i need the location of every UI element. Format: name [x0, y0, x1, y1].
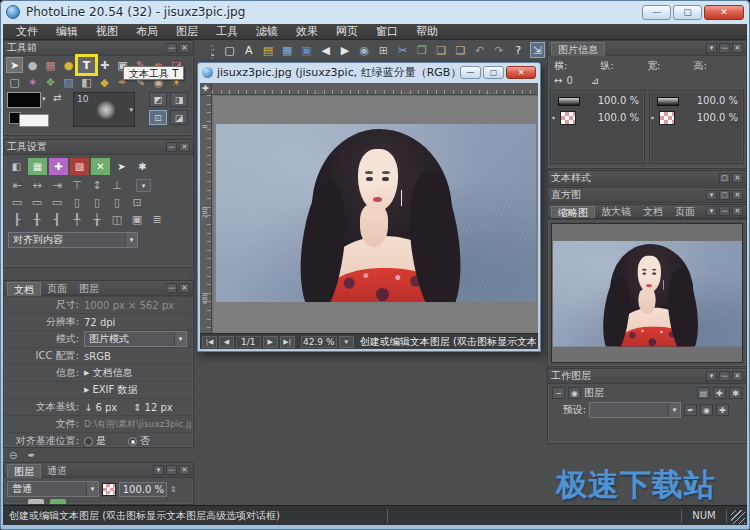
- align-center-v-icon[interactable]: ↕: [90, 179, 104, 192]
- image-minimize-button[interactable]: —: [460, 66, 481, 79]
- distribute-bottom-icon[interactable]: ▯: [110, 196, 124, 209]
- space-center-icon[interactable]: ╂: [30, 213, 44, 226]
- cut-icon[interactable]: ✂: [395, 42, 410, 58]
- panel-menu-icon[interactable]: ▾: [706, 190, 717, 200]
- new-text-document-icon[interactable]: A: [241, 42, 256, 58]
- align-yes-radio[interactable]: [84, 437, 93, 446]
- panel-menu-icon[interactable]: ▾: [706, 206, 717, 216]
- space-equal-icon[interactable]: ≣: [150, 213, 164, 226]
- preset-add-icon[interactable]: ✚: [716, 404, 729, 416]
- save-icon[interactable]: ▣: [299, 42, 314, 58]
- panel-close-button[interactable]: ✕: [732, 206, 743, 216]
- panel-menu-icon[interactable]: ▾: [706, 43, 717, 53]
- context-help-icon[interactable]: ?: [510, 42, 525, 58]
- tab-doc[interactable]: 文档: [637, 206, 669, 218]
- space-left-icon[interactable]: ┠: [10, 213, 24, 226]
- menu-effects[interactable]: 效果: [287, 24, 327, 39]
- quick-mask-icon[interactable]: ◨: [170, 92, 188, 107]
- color-dropdown-icon[interactable]: ▾: [42, 95, 46, 103]
- thumbnail-frame[interactable]: [551, 223, 743, 363]
- panel-minimize-button[interactable]: —: [719, 371, 730, 381]
- menu-window[interactable]: 窗口: [367, 24, 407, 39]
- open-icon[interactable]: ▤: [260, 42, 275, 58]
- brush-dropdown-icon[interactable]: ▾: [129, 106, 133, 114]
- subtract-mode-icon[interactable]: ▨: [70, 158, 89, 175]
- align-no-radio[interactable]: [128, 437, 137, 446]
- background-color-swatch[interactable]: [19, 114, 49, 127]
- menu-view[interactable]: 视图: [87, 24, 127, 39]
- maximize-button[interactable]: ▢: [673, 5, 702, 20]
- snap-icon[interactable]: ⊖: [9, 450, 17, 461]
- distribute-box-icon[interactable]: ⊡: [130, 196, 144, 209]
- menu-file[interactable]: 文件: [7, 24, 47, 39]
- panel-close-button[interactable]: ✕: [732, 190, 743, 200]
- panel-minimize-button[interactable]: —: [166, 283, 177, 293]
- collapse-layer-icon[interactable]: −: [552, 387, 565, 399]
- panel-close-button[interactable]: ✕: [732, 173, 743, 183]
- image-close-button[interactable]: ✕: [506, 66, 536, 79]
- preset-target-icon[interactable]: ◉: [700, 404, 713, 416]
- menu-edit[interactable]: 编辑: [47, 24, 87, 39]
- space-top-icon[interactable]: ╀: [70, 213, 84, 226]
- layer-opacity-value[interactable]: 100.0 %: [119, 482, 167, 497]
- first-page-button[interactable]: |◀: [202, 336, 217, 348]
- paste-special-icon[interactable]: ❏: [453, 42, 468, 58]
- tab-layer[interactable]: 图层: [73, 282, 105, 296]
- add-layer-icon[interactable]: ✚: [713, 387, 726, 399]
- browse-icon[interactable]: ▦: [280, 42, 295, 58]
- photo[interactable]: [216, 124, 536, 302]
- menu-layer[interactable]: 图层: [167, 24, 207, 39]
- mask-select-tool-icon[interactable]: ▦: [42, 57, 59, 73]
- space-bottom-icon[interactable]: ╁: [90, 213, 104, 226]
- layer-settings-gear-icon[interactable]: ✱: [729, 387, 742, 399]
- zoom-dropdown-icon[interactable]: ▾: [339, 336, 354, 348]
- distribute-right-icon[interactable]: ▭: [50, 196, 64, 209]
- panel-minimize-button[interactable]: —: [166, 43, 177, 53]
- layer-visibility-icon[interactable]: ◉: [568, 387, 581, 399]
- layer-transparency-swatch[interactable]: [102, 483, 116, 496]
- panel-close-button[interactable]: ✕: [732, 43, 743, 53]
- blend-mode-dropdown[interactable]: 普通 ▾: [7, 481, 99, 497]
- panel-minimize-button[interactable]: —: [166, 465, 177, 475]
- mode-dropdown[interactable]: 图片模式 ▾: [84, 331, 187, 347]
- brush-preview[interactable]: 10 ▾: [73, 92, 135, 127]
- image-maximize-button[interactable]: ▢: [483, 66, 504, 79]
- toolbar-grip[interactable]: [211, 45, 214, 59]
- channel-dropdown-icon[interactable]: ▾: [552, 114, 555, 121]
- mask-mode-icon[interactable]: ◩: [149, 92, 167, 107]
- move-mode-icon[interactable]: ✕: [91, 158, 110, 175]
- align-bottom-icon[interactable]: ⊥: [110, 179, 124, 192]
- space-rows-icon[interactable]: ▣: [130, 213, 144, 226]
- panel-minimize-button[interactable]: —: [166, 142, 177, 152]
- distribute-center-h-icon[interactable]: ▭: [30, 196, 44, 209]
- distribute-left-icon[interactable]: ▭: [10, 196, 24, 209]
- resize-grip[interactable]: [731, 510, 745, 524]
- forward-icon[interactable]: ▶: [337, 42, 352, 58]
- tab-magnifier[interactable]: 放大镜: [595, 206, 637, 218]
- preset-dropdown[interactable]: ▾: [589, 402, 681, 418]
- lasso-tool-icon[interactable]: ●: [24, 57, 41, 73]
- expand-icon[interactable]: ▶: [84, 369, 89, 377]
- active-tool-toggle-icon[interactable]: ⇲: [530, 42, 545, 58]
- marquee-tool-icon[interactable]: ▢: [6, 74, 23, 90]
- panel-close-button[interactable]: ✕: [179, 283, 190, 293]
- panel-minimize-button[interactable]: —: [719, 206, 730, 216]
- panel-minimize-button[interactable]: —: [719, 43, 730, 53]
- menu-filter[interactable]: 滤镜: [247, 24, 287, 39]
- gradient-tool-icon[interactable]: ▨: [60, 74, 77, 90]
- menu-web[interactable]: 网页: [327, 24, 367, 39]
- panel-close-button[interactable]: ✕: [732, 371, 743, 381]
- minimize-button[interactable]: —: [642, 5, 671, 20]
- distribute-top-icon[interactable]: ▯: [70, 196, 84, 209]
- image-window-titlebar[interactable]: jisuxz3pic.jpg (jisuxz3pic, 红绿蓝分量（RGB）图像…: [198, 63, 540, 82]
- channel-dropdown-icon[interactable]: ▾: [651, 114, 654, 121]
- doc-info-link[interactable]: 文档信息: [92, 366, 132, 380]
- tab-channels[interactable]: 通道: [41, 464, 73, 478]
- settings-gear-icon[interactable]: ✱: [133, 158, 152, 175]
- fill-tool-icon[interactable]: ◆: [96, 74, 113, 90]
- panel-close-button[interactable]: ✕: [179, 43, 190, 53]
- channel-info-box[interactable]: 100.0 % ▾ 100.0 %: [550, 90, 645, 164]
- layer-chip[interactable]: [28, 499, 44, 504]
- brush-edit-icon[interactable]: ✒: [27, 450, 35, 461]
- panel-maximize-button[interactable]: ▢: [719, 173, 730, 183]
